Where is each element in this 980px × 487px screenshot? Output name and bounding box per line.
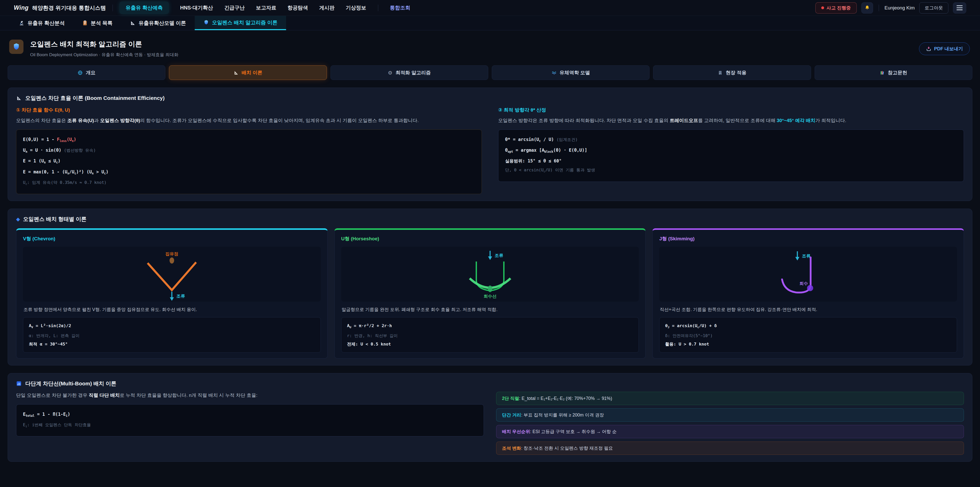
panel-title: U형 (Horseshoe) <box>341 235 639 242</box>
nav-item-integrated-search[interactable]: 통합조회 <box>390 4 410 11</box>
subtab-boom-algorithm-theory[interactable]: 오일펜스 배치 알고리즘 이론 <box>195 16 286 30</box>
formula-line: 최적 α = 30°~45° <box>29 340 315 348</box>
subtab-label: 유출유확산모델 이론 <box>138 20 186 27</box>
user-name: Eunjeong Kim <box>885 5 915 11</box>
efficiency-columns: ① 차단 효율 함수 E(θ, U) 오일펜스의 차단 효율은 조류 유속(U)… <box>16 107 964 194</box>
formula-line: θ* = arcsin(Uc / U) (임계조건) <box>505 135 957 145</box>
page-title-group: 오일펜스 배치 최적화 알고리즘 이론 Oil Boom Deployment … <box>30 40 178 58</box>
panel-title: J형 (Skimming) <box>659 235 957 242</box>
page-subtitle: Oil Boom Deployment Optimization · 유출유 확… <box>30 52 178 58</box>
nav-item-aerial-search[interactable]: 항공탐색 <box>288 4 308 11</box>
formula-line: E = 1 (Un ≤ Uc) <box>23 156 475 167</box>
brand-mark: Wing <box>14 4 29 11</box>
efficiency-right-column: ② 최적 방향각 θ* 산정 오일펜스 방향각은 조류 방향에 따라 최적화됩니… <box>498 107 964 194</box>
subtab-diffusion-model-theory[interactable]: 유출유확산모델 이론 <box>121 16 195 30</box>
current-label: 조류 <box>495 253 503 258</box>
skimming-boom-line <box>782 257 811 293</box>
recovery-label: 회수선 <box>484 294 496 299</box>
formula-line: Etotal = 1 - Π(1-Ei) <box>23 410 477 420</box>
panel-formula-block: θJ = arcsin(Uc/U) + δ δ: 안전여유각(5°~10°) 활… <box>659 317 957 353</box>
section-tabs: 개요 배치 이론 ⚙ 최적화 알고리즘 유체역학 모델 <box>8 65 972 80</box>
set-square-icon <box>234 70 239 75</box>
tab-label: 개요 <box>86 69 95 76</box>
note-priority: 배치 우선순위: ESI 고등급 구역 보호 → 취수원 → 어항 순 <box>496 425 964 438</box>
app-shell: Wing 해양환경 위기대응 통합시스템 유출유 확산예측 HNS·대기확산 긴… <box>0 0 980 487</box>
panel-description: 직선+곡선 조합. 기름을 한쪽으로 편향 유도하여 집유. 강조류·연안 배치… <box>660 306 956 313</box>
formula-note: Ei: i번째 오일펜스 단독 차단효율 <box>23 420 477 431</box>
boom-panels: V형 (Chevron) 집유점 조류 조류 방향 정면에서 양측으로 펼친 V… <box>16 228 964 359</box>
current-label: 조류 <box>802 254 811 259</box>
shield-icon <box>12 43 21 51</box>
notification-button[interactable] <box>861 2 873 14</box>
tab-overview[interactable]: 개요 <box>8 65 165 80</box>
formula-note: r: 반경, h: 직선부 길이 <box>347 332 633 340</box>
tab-references[interactable]: 참고문헌 <box>815 65 972 80</box>
multi-boom-card: 다단계 차단선(Multi-Boom) 배치 이론 단일 오일펜스로 차단 불가… <box>8 373 972 462</box>
boom-panel-horseshoe: U형 (Horseshoe) 조류 회수선 말굽형으로 기름을 완전 포위. <box>334 228 646 359</box>
efficiency-function-heading: ① 차단 효율 함수 E(θ, U) <box>16 107 482 113</box>
shield-icon <box>204 20 209 25</box>
page-icon-box <box>9 40 24 54</box>
tab-hydrodynamics-model[interactable]: 유체역학 모델 <box>492 65 649 80</box>
formula-line: θopt = argmax [Ablock(θ) · E(θ,U)] <box>505 145 957 156</box>
subtab-label: 유출유 확산분석 <box>27 20 65 27</box>
formula-line: θJ = arcsin(Uc/U) + δ <box>665 321 951 332</box>
multi-boom-paragraph: 단일 오일펜스로 차단 불가한 경우 직렬 다단 배치로 누적 차단 효율을 향… <box>16 392 484 399</box>
books-icon <box>880 70 885 75</box>
nav-item-hns-air-diffusion[interactable]: HNS·대기확산 <box>180 4 213 11</box>
microscope-icon <box>19 20 24 26</box>
multi-boom-columns: 단일 오일펜스로 차단 불가한 경우 직렬 다단 배치로 누적 차단 효율을 향… <box>16 392 964 455</box>
subtab-analysis-list[interactable]: 분석 목록 <box>73 16 121 30</box>
system-title: 해양환경 위기대응 통합시스템 <box>32 4 106 11</box>
boom-shapes-card: ◆ 오일펜스 배치 형태별 이론 V형 (Chevron) 집유점 조류 <box>8 209 972 366</box>
formula-line: AU = π·r²/2 + 2r·h <box>347 321 633 332</box>
download-icon <box>926 46 932 51</box>
formula-line: 전제: U < 0.5 knot <box>347 340 633 348</box>
chevron-diagram-svg: 집유점 조류 <box>23 247 321 302</box>
card-title: 다단계 차단선(Multi-Boom) 배치 이론 <box>25 380 116 387</box>
tab-optimization-algorithm[interactable]: ⚙ 최적화 알고리즘 <box>331 65 488 80</box>
efficiency-formula-block: E(θ,U) = 1 - Floss(Un) Un = U · sin(θ) (… <box>16 129 482 194</box>
multi-boom-formula-block: Etotal = 1 - Π(1-Ei) Ei: i번째 오일펜스 단독 차단효… <box>16 404 484 437</box>
globe-icon <box>78 70 83 75</box>
boom-panel-chevron: V형 (Chevron) 집유점 조류 조류 방향 정면에서 양측으로 펼친 V… <box>16 228 328 359</box>
nav-item-emergency-rescue[interactable]: 긴급구난 <box>224 4 245 11</box>
nav-item-oil-spill-prediction[interactable]: 유출유 확산예측 <box>119 2 169 14</box>
collection-point-dot <box>169 257 174 263</box>
multi-boom-notes: 2단 직렬: E_total = E₁+E₂-E₁·E₂ (예: 70%+70%… <box>496 392 964 455</box>
menu-button[interactable] <box>953 2 966 14</box>
formula-line: 실용범위: 15° ≤ θ ≤ 60° <box>505 156 957 166</box>
panel-description: 조류 방향 정면에서 양측으로 펼친 V형. 기름을 중앙 집유점으로 유도. … <box>24 306 320 313</box>
nav-item-board[interactable]: 게시판 <box>319 4 334 11</box>
topbar-right-group: 사고 진행중 Eunjeong Kim 로그아웃 <box>815 2 966 14</box>
skimming-diagram-svg: 조류 회수 <box>659 247 957 302</box>
nav-item-weather-info[interactable]: 기상정보 <box>346 4 366 11</box>
set-square-icon <box>130 20 135 26</box>
incident-badge-label: 사고 진행중 <box>827 5 851 11</box>
horseshoe-diagram-svg: 조류 회수선 <box>341 247 639 302</box>
tab-label: 최적화 알고리즘 <box>396 69 431 76</box>
current-arrow-head <box>795 257 800 260</box>
subtab-spill-analysis[interactable]: 유출유 확산분석 <box>10 16 73 30</box>
tab-deployment-theory[interactable]: 배치 이론 <box>169 65 327 80</box>
formula-note: α: 반개각, L: 편측 길이 <box>29 332 315 340</box>
card-title: 오일펜스 배치 형태별 이론 <box>23 216 86 223</box>
skimming-diagram: 조류 회수 <box>659 247 957 302</box>
nav-item-reports[interactable]: 보고자료 <box>256 4 277 11</box>
tab-field-application[interactable]: 현장 적용 <box>653 65 811 80</box>
panel-description: 말굽형으로 기름을 완전 포위. 폐쇄형 구조로 회수 효율 최고. 저조류 해… <box>342 306 638 313</box>
optimal-angle-formula-block: θ* = arcsin(Uc / U) (임계조건) θopt = argmax… <box>498 129 964 182</box>
panel-title: V형 (Chevron) <box>23 235 321 242</box>
tab-label: 배치 이론 <box>242 69 262 76</box>
sub-navigation: 유출유 확산분석 분석 목록 유출유확산모델 이론 <box>0 16 980 30</box>
tab-label: 참고문헌 <box>888 69 907 76</box>
pdf-export-button[interactable]: PDF 내보내기 <box>919 42 970 55</box>
multi-boom-left-column: 단일 오일펜스로 차단 불가한 경우 직렬 다단 배치로 누적 차단 효율을 향… <box>16 392 484 455</box>
content-wrapper: 오일펜스 배치 최적화 알고리즘 이론 Oil Boom Deployment … <box>0 30 980 462</box>
formula-note: δ: 안전여유각(5°~10°) <box>665 332 951 340</box>
efficiency-left-column: ① 차단 효율 함수 E(θ, U) 오일펜스의 차단 효율은 조류 유속(U)… <box>16 107 482 194</box>
logout-button[interactable]: 로그아웃 <box>919 2 948 14</box>
formula-line: Un = U · sin(θ) (법선방향 유속) <box>23 145 475 156</box>
incident-status-badge: 사고 진행중 <box>815 2 857 14</box>
formula-note: Uc: 임계 유속(약 0.35m/s ≈ 0.7 knot) <box>23 178 475 189</box>
